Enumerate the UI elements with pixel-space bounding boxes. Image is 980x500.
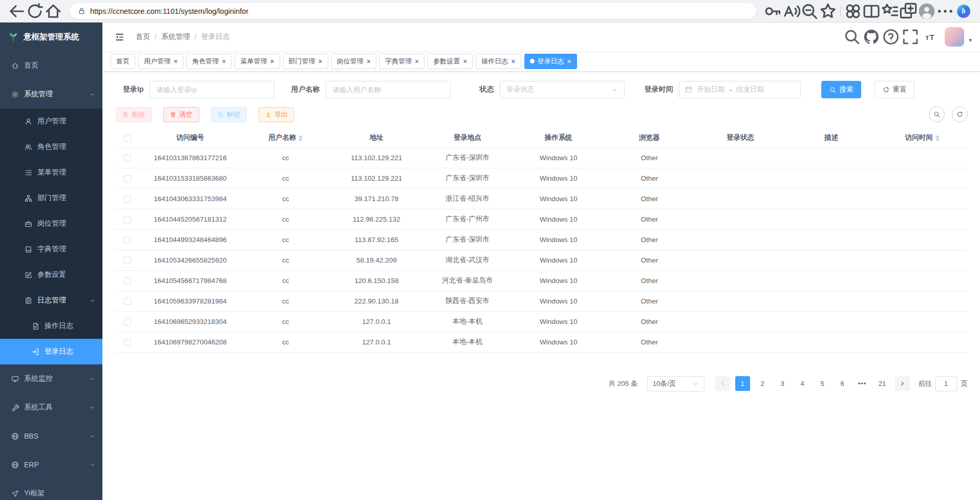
collections-icon[interactable] (899, 3, 918, 19)
search-icon[interactable] (843, 28, 861, 46)
page-size-select[interactable]: 10条/页 (647, 376, 705, 392)
extensions-icon[interactable] (844, 3, 862, 19)
tab-home[interactable]: 首页 (111, 54, 135, 69)
row-checkbox[interactable] (124, 155, 131, 162)
sidebar-item-config[interactable]: 参数设置 (0, 262, 102, 288)
address-bar[interactable]: https://ccnetcore.com:1101/system/log/lo… (70, 3, 756, 19)
toggle-search-button[interactable] (929, 106, 945, 122)
status-select[interactable]: 登录状态 (500, 81, 625, 98)
row-checkbox[interactable] (124, 339, 131, 346)
next-page-button[interactable] (895, 376, 910, 391)
page-5-button[interactable]: 5 (815, 376, 830, 391)
tab-dept[interactable]: 部门管理× (283, 54, 328, 69)
row-checkbox[interactable] (124, 277, 131, 285)
github-icon[interactable] (863, 28, 880, 46)
sidebar-item-monitor[interactable]: 系统监控 (0, 364, 102, 393)
read-aloud-icon[interactable] (782, 3, 800, 19)
key-icon[interactable] (763, 3, 782, 19)
date-range-picker[interactable]: 开始日期 - 结束日期 (679, 81, 801, 98)
font-size-icon[interactable]: тT (921, 28, 939, 46)
sidebar-item-user[interactable]: 用户管理 (0, 108, 102, 134)
search-button[interactable]: 搜索 (821, 81, 861, 98)
dict-icon (25, 246, 32, 253)
refresh-icon[interactable] (26, 3, 44, 19)
refresh-table-button[interactable] (952, 106, 968, 122)
favorites-icon[interactable] (881, 3, 899, 19)
sidebar-item-home[interactable]: 首页 (0, 51, 102, 80)
breadcrumb-home[interactable]: 首页 (136, 32, 150, 41)
page-3-button[interactable]: 3 (775, 376, 790, 391)
row-checkbox[interactable] (124, 195, 131, 203)
close-icon[interactable]: × (174, 58, 178, 65)
row-checkbox[interactable] (124, 257, 131, 264)
clear-button[interactable]: 清空 (163, 107, 199, 122)
help-icon[interactable] (882, 28, 900, 46)
sidebar-item-erp[interactable]: ERP (0, 450, 102, 479)
sidebar-item-system[interactable]: 系统管理 (0, 80, 102, 108)
row-checkbox[interactable] (124, 175, 131, 182)
close-icon[interactable]: × (222, 58, 226, 65)
table-row: 1641069798270046208cc127.0.0.1本地-本机Windo… (115, 332, 968, 352)
user-name-input[interactable] (326, 81, 451, 98)
page-1-button[interactable]: 1 (735, 376, 750, 391)
tab-dict[interactable]: 字典管理× (379, 54, 424, 69)
fullscreen-icon[interactable] (902, 28, 919, 46)
more-icon[interactable] (936, 3, 954, 19)
back-icon[interactable] (7, 3, 26, 19)
page-4-button[interactable]: 4 (795, 376, 810, 391)
row-checkbox[interactable] (124, 236, 131, 244)
hamburger-icon[interactable] (111, 32, 129, 42)
user-avatar[interactable] (945, 27, 964, 47)
tab-role[interactable]: 角色管理× (186, 54, 231, 69)
tab-operlog[interactable]: 操作日志× (476, 54, 521, 69)
tab-user[interactable]: 用户管理× (138, 54, 183, 69)
login-ip-input[interactable] (150, 81, 274, 98)
sidebar-item-post[interactable]: 岗位管理 (0, 211, 102, 236)
sidebar-item-tool[interactable]: 系统工具 (0, 393, 102, 422)
zoom-out-icon[interactable] (800, 3, 819, 19)
sidebar-item-menu[interactable]: 菜单管理 (0, 160, 102, 185)
page-21-button[interactable]: 21 (875, 376, 890, 391)
jump-page-input[interactable] (935, 376, 957, 392)
home-icon[interactable] (44, 3, 62, 19)
breadcrumb-system[interactable]: 系统管理 (161, 32, 190, 41)
reset-button[interactable]: 重置 (875, 81, 914, 98)
close-icon[interactable]: × (367, 58, 371, 65)
sidebar-item-role[interactable]: 角色管理 (0, 134, 102, 160)
select-all-checkbox[interactable] (124, 135, 131, 142)
page-6-button[interactable]: 6 (835, 376, 850, 391)
sidebar-item-bbs[interactable]: BBS (0, 422, 102, 450)
close-icon[interactable]: × (463, 58, 467, 65)
leaf-logo-icon (8, 32, 18, 42)
split-screen-icon[interactable] (862, 3, 881, 19)
row-checkbox[interactable] (124, 298, 131, 305)
tab-post[interactable]: 岗位管理× (331, 54, 376, 69)
delete-button[interactable]: 删除 (116, 107, 152, 122)
sidebar-item-dict[interactable]: 字典管理 (0, 236, 102, 262)
star-icon[interactable] (819, 3, 837, 19)
sidebar-item-logininfor[interactable]: 登录日志 (0, 339, 102, 364)
sidebar-item-yi[interactable]: Yi框架 (0, 479, 102, 500)
sidebar-item-operlog[interactable]: 操作日志 (0, 313, 102, 339)
export-button[interactable]: 导出 (259, 107, 294, 122)
copilot-icon[interactable]: b (954, 3, 973, 19)
page-2-button[interactable]: 2 (755, 376, 770, 391)
close-icon[interactable]: × (270, 58, 274, 65)
column-header[interactable]: 用户名称 (240, 128, 331, 147)
close-icon[interactable]: × (511, 58, 515, 65)
close-icon[interactable]: × (415, 58, 419, 65)
close-icon[interactable]: × (567, 58, 571, 65)
tab-config[interactable]: 参数设置× (428, 54, 473, 69)
more-pages-button[interactable]: ••• (855, 376, 870, 391)
tab-menu[interactable]: 菜单管理× (235, 54, 280, 69)
row-checkbox[interactable] (124, 318, 131, 325)
sidebar-item-dept[interactable]: 部门管理 (0, 185, 102, 211)
row-checkbox[interactable] (124, 216, 131, 223)
sidebar-item-log[interactable]: 日志管理 (0, 288, 102, 313)
close-icon[interactable]: × (318, 58, 323, 65)
unlock-button[interactable]: 解锁 (211, 107, 247, 122)
column-header[interactable]: 访问时间 (877, 128, 968, 147)
prev-page-button[interactable] (715, 376, 730, 391)
tab-logininfor[interactable]: 登录日志× (524, 54, 577, 69)
profile-icon[interactable] (918, 3, 936, 19)
